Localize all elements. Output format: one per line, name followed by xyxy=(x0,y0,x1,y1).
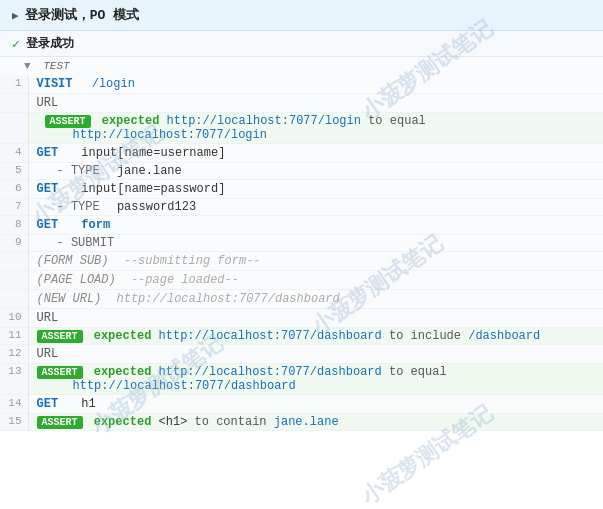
page-title: 登录测试，PO 模式 xyxy=(25,6,139,24)
table-row: 8 GET form xyxy=(0,216,603,235)
table-row: 15 ASSERT expected <h1> to contain jane.… xyxy=(0,414,603,431)
check-icon: ✓ xyxy=(12,36,20,52)
line-content: VISIT /login xyxy=(28,75,603,94)
suite-label: 登录成功 xyxy=(26,35,74,52)
test-label: ▼ TEST xyxy=(0,57,603,75)
table-row: (NEW URL) http://localhost:7077/dashboar… xyxy=(0,290,603,309)
assert-badge: ASSERT xyxy=(37,416,83,429)
table-row: 5 - TYPE jane.lane xyxy=(0,163,603,180)
collapse-icon: ▶ xyxy=(12,9,19,22)
table-row: 12 URL xyxy=(0,345,603,364)
suite-row: ✓ 登录成功 xyxy=(0,31,603,57)
assert-badge: ASSERT xyxy=(37,330,83,343)
code-table: 1 VISIT /login URL ASSERT expected http:… xyxy=(0,75,603,431)
table-row: 6 GET input[name=password] xyxy=(0,180,603,199)
header: ▶ 登录测试，PO 模式 xyxy=(0,0,603,31)
table-row: 4 GET input[name=username] xyxy=(0,144,603,163)
table-row: 13 ASSERT expected http://localhost:7077… xyxy=(0,364,603,395)
table-row: 7 - TYPE password123 xyxy=(0,199,603,216)
table-row: 11 ASSERT expected http://localhost:7077… xyxy=(0,328,603,345)
assert-badge: ASSERT xyxy=(45,115,91,128)
table-row: (PAGE LOAD) --page loaded-- xyxy=(0,271,603,290)
table-row: ASSERT expected http://localhost:7077/lo… xyxy=(0,113,603,144)
table-row: 1 VISIT /login xyxy=(0,75,603,94)
table-row: (FORM SUB) --submitting form-- xyxy=(0,252,603,271)
assert-badge: ASSERT xyxy=(37,366,83,379)
line-num: 1 xyxy=(0,75,28,94)
table-row: URL xyxy=(0,94,603,113)
table-row: 9 - SUBMIT xyxy=(0,235,603,252)
table-row: 10 URL xyxy=(0,309,603,328)
test-block: ▼ TEST 1 VISIT /login URL ASSERT expecte… xyxy=(0,57,603,431)
table-row: 14 GET h1 xyxy=(0,395,603,414)
